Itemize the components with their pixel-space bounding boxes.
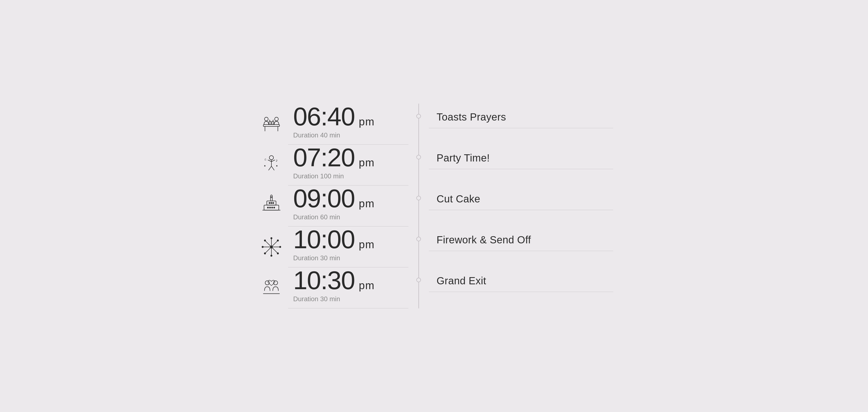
left-section-toasts: 06:40 pm Duration 40 min [255, 104, 408, 145]
svg-point-26 [271, 207, 273, 208]
ampm-text-firework: pm [359, 239, 375, 251]
event-name-firework: Firework & Send Off [437, 234, 531, 245]
svg-text:♫: ♫ [264, 158, 266, 161]
svg-point-43 [264, 253, 266, 254]
time-display-cake: 09:00 pm [293, 186, 408, 211]
svg-rect-0 [264, 125, 280, 126]
svg-rect-6 [272, 121, 274, 125]
svg-point-44 [270, 246, 273, 248]
party-icon: ♪ ♫ [255, 154, 288, 177]
time-display-party: 07:20 pm [293, 145, 408, 170]
ampm-text-exit: pm [359, 280, 375, 292]
timeline-row-party: ♪ ♫ 07:20 pm Duration 100 min [255, 145, 613, 186]
svg-point-4 [275, 117, 278, 121]
time-display-firework: 10:00 pm [293, 226, 408, 252]
timeline-dot-cake [416, 196, 421, 200]
svg-point-45 [265, 281, 269, 285]
right-section-party: Party Time! [429, 145, 613, 169]
center-line-party [408, 145, 429, 186]
ampm-text-toasts: pm [359, 116, 375, 128]
center-line-firework [408, 226, 429, 267]
center-line-exit [408, 267, 429, 308]
ampm-text-cake: pm [359, 197, 375, 210]
timeline-row-firework: 10:00 pm Duration 30 min Firework & Send… [255, 226, 613, 267]
timeline: 06:40 pm Duration 40 min Toasts Prayers [255, 104, 613, 308]
left-section-firework: 10:00 pm Duration 30 min [255, 226, 408, 267]
time-display-exit: 10:30 pm [293, 267, 408, 293]
left-section-cake: 09:00 pm Duration 60 min [255, 186, 408, 226]
svg-point-25 [269, 207, 271, 208]
time-block-firework: 10:00 pm Duration 30 min [288, 226, 408, 267]
left-section-exit: 10:30 pm Duration 30 min [255, 267, 408, 308]
svg-text:♪: ♪ [276, 158, 278, 162]
event-name-toasts: Toasts Prayers [437, 111, 506, 123]
svg-point-9 [269, 156, 274, 160]
duration-text-toasts: Duration 40 min [293, 131, 408, 139]
event-name-party: Party Time! [437, 152, 490, 163]
svg-point-40 [264, 240, 266, 241]
svg-point-22 [271, 202, 272, 204]
svg-point-21 [269, 202, 270, 204]
event-name-exit: Grand Exit [437, 275, 486, 286]
time-block-toasts: 06:40 pm Duration 40 min [288, 104, 408, 145]
time-block-cake: 09:00 pm Duration 60 min [288, 186, 408, 226]
duration-text-cake: Duration 60 min [293, 213, 408, 221]
svg-point-38 [262, 246, 263, 248]
time-text-firework: 10:00 [293, 226, 354, 252]
timeline-dot-party [416, 155, 421, 159]
timeline-dot-exit [416, 278, 421, 282]
duration-text-firework: Duration 30 min [293, 254, 408, 262]
time-text-toasts: 06:40 [293, 104, 354, 129]
svg-point-23 [273, 202, 274, 204]
vertical-line-cake [418, 186, 419, 226]
center-line-toasts [408, 104, 429, 145]
toasts-icon [255, 113, 288, 136]
time-display-toasts: 06:40 pm [293, 104, 408, 129]
timeline-row-exit: 10:30 pm Duration 30 min Grand Exit [255, 267, 613, 308]
vertical-line-toasts [418, 104, 419, 145]
svg-point-27 [274, 207, 275, 208]
vertical-line-firework [418, 226, 419, 267]
time-text-cake: 09:00 [293, 186, 354, 211]
left-section-party: ♪ ♫ 07:20 pm Duration 100 min [255, 145, 408, 186]
event-name-cake: Cut Cake [437, 193, 480, 204]
svg-point-17 [270, 195, 272, 198]
vertical-line-party [418, 145, 419, 186]
svg-point-46 [274, 281, 278, 285]
vertical-line-exit [418, 267, 419, 308]
svg-rect-5 [269, 121, 271, 125]
svg-point-3 [265, 117, 268, 121]
timeline-dot-firework [416, 237, 421, 241]
time-block-exit: 10:30 pm Duration 30 min [288, 267, 408, 308]
svg-point-42 [277, 240, 279, 241]
duration-text-party: Duration 100 min [293, 172, 408, 180]
right-section-exit: Grand Exit [429, 267, 613, 292]
timeline-row-cake: 09:00 pm Duration 60 min Cut Cake [255, 186, 613, 226]
timeline-dot-toasts [416, 114, 421, 119]
right-section-cake: Cut Cake [429, 186, 613, 210]
center-line-cake [408, 186, 429, 226]
right-section-toasts: Toasts Prayers [429, 104, 613, 128]
svg-point-24 [267, 207, 269, 208]
cake-icon [255, 194, 288, 218]
svg-point-36 [271, 237, 272, 239]
svg-point-39 [280, 246, 281, 248]
duration-text-exit: Duration 30 min [293, 295, 408, 303]
time-text-party: 07:20 [293, 145, 354, 170]
time-block-party: 07:20 pm Duration 100 min [288, 145, 408, 186]
svg-point-37 [271, 255, 272, 256]
svg-point-41 [277, 253, 279, 254]
time-text-exit: 10:30 [293, 267, 354, 293]
exit-icon [255, 276, 288, 299]
firework-icon [255, 235, 288, 258]
timeline-row-toasts: 06:40 pm Duration 40 min Toasts Prayers [255, 104, 613, 145]
ampm-text-party: pm [359, 157, 375, 169]
right-section-firework: Firework & Send Off [429, 226, 613, 251]
